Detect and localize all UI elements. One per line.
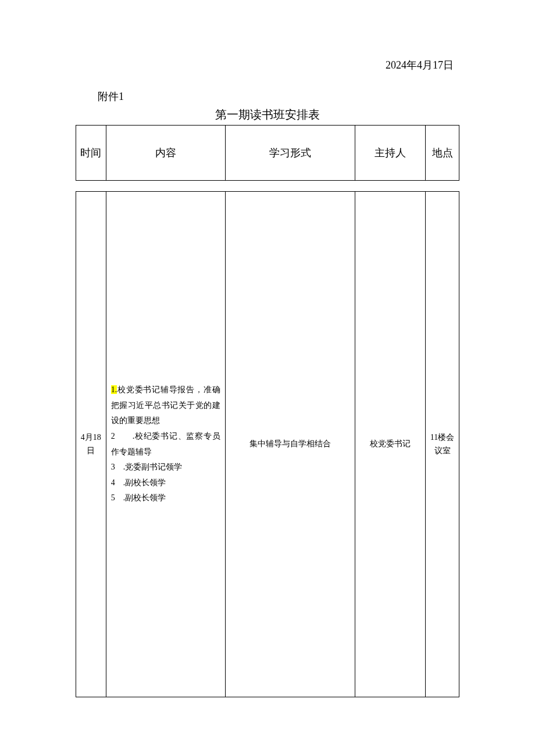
content-item-1-text: 校党委书记辅导报告，准确把握习近平总书记关于党的建设的重要思想 — [111, 385, 220, 425]
document-page: 2024年4月17日 附件1 第一期读书班安排表 时间 内容 学习形式 主持人 … — [0, 0, 535, 697]
cell-content: 1.校党委书记辅导报告，准确把握习近平总书记关于党的建设的重要思想 2 .校纪委… — [106, 192, 225, 697]
content-item-5: 5 .副校长领学 — [111, 490, 220, 506]
document-date: 2024年4月17日 — [76, 58, 459, 72]
header-location: 地点 — [426, 126, 459, 181]
content-item-4: 4 .副校长领学 — [111, 475, 220, 491]
cell-time: 4月18日 — [76, 192, 106, 697]
header-time: 时间 — [76, 126, 106, 181]
cell-host: 校党委书记 — [355, 192, 426, 697]
cell-format: 集中辅导与自学相结合 — [225, 192, 355, 697]
cell-location: 11楼会议室 — [426, 192, 459, 697]
header-content: 内容 — [106, 126, 225, 181]
attachment-label: 附件1 — [98, 89, 459, 103]
body-table: 4月18日 1.校党委书记辅导报告，准确把握习近平总书记关于党的建设的重要思想 … — [76, 191, 459, 697]
table-title: 第一期读书班安排表 — [76, 107, 459, 123]
header-format: 学习形式 — [225, 126, 355, 181]
content-item-1: 1.校党委书记辅导报告，准确把握习近平总书记关于党的建设的重要思想 — [111, 382, 220, 429]
content-item-3: 3 .党委副书记领学 — [111, 460, 220, 475]
content-item-2: 2 .校纪委书记、监察专员作专题辅导 — [111, 429, 220, 460]
header-row: 时间 内容 学习形式 主持人 地点 — [76, 126, 459, 181]
content-list: 1.校党委书记辅导报告，准确把握习近平总书记关于党的建设的重要思想 2 .校纪委… — [111, 382, 220, 506]
header-table: 时间 内容 学习形式 主持人 地点 — [76, 125, 459, 181]
header-host: 主持人 — [355, 126, 426, 181]
highlight-marker: 1. — [111, 385, 117, 394]
table-row: 4月18日 1.校党委书记辅导报告，准确把握习近平总书记关于党的建设的重要思想 … — [76, 192, 459, 697]
